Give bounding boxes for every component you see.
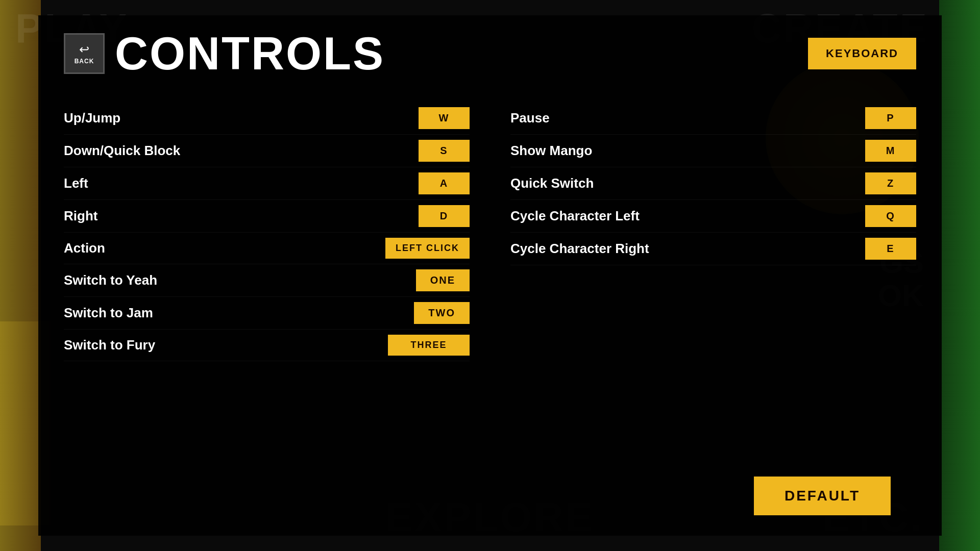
control-row: ActionLEFT CLICK xyxy=(64,233,470,264)
default-button[interactable]: DEFAULT xyxy=(754,477,891,515)
control-label: Quick Switch xyxy=(510,176,594,191)
control-row: LeftA xyxy=(64,167,470,200)
key-badge[interactable]: D xyxy=(419,205,470,227)
control-label: Action xyxy=(64,240,105,256)
control-row: Down/Quick BlockS xyxy=(64,135,470,167)
control-row: Switch to JamTWO xyxy=(64,297,470,330)
key-badge[interactable]: M xyxy=(865,140,916,162)
controls-grid: Up/JumpWDown/Quick BlockSLeftARightDActi… xyxy=(64,102,916,361)
back-arrow-icon: ↩ xyxy=(79,42,89,57)
key-badge[interactable]: W xyxy=(419,107,470,129)
key-badge[interactable]: S xyxy=(419,140,470,162)
control-row: Show MangoM xyxy=(510,135,916,167)
control-row: Up/JumpW xyxy=(64,102,470,135)
key-badge[interactable]: E xyxy=(865,238,916,260)
key-badge[interactable]: THREE xyxy=(388,335,470,356)
control-label: Right xyxy=(64,208,97,224)
key-badge[interactable]: Q xyxy=(865,205,916,227)
control-row: Cycle Character RightE xyxy=(510,233,916,265)
control-row: Switch to YeahONE xyxy=(64,264,470,297)
control-label: Pause xyxy=(510,110,550,126)
controls-panel: ↩ BACK CONTROLS KEYBOARD Up/JumpWDown/Qu… xyxy=(38,15,942,536)
key-badge[interactable]: LEFT CLICK xyxy=(385,238,470,259)
control-row: Cycle Character LeftQ xyxy=(510,200,916,233)
back-button[interactable]: ↩ BACK xyxy=(64,33,105,74)
control-label: Switch to Jam xyxy=(64,305,153,321)
control-row: Quick SwitchZ xyxy=(510,167,916,200)
key-badge[interactable]: A xyxy=(419,172,470,194)
key-badge[interactable]: TWO xyxy=(414,302,470,324)
control-label: Switch to Yeah xyxy=(64,272,157,288)
header-left: ↩ BACK CONTROLS xyxy=(64,31,385,77)
control-label: Down/Quick Block xyxy=(64,143,180,159)
control-label: Switch to Fury xyxy=(64,337,155,353)
right-controls-column: PausePShow MangoMQuick SwitchZCycle Char… xyxy=(510,102,916,361)
control-label: Left xyxy=(64,176,88,191)
control-label: Up/Jump xyxy=(64,110,120,126)
key-badge[interactable]: Z xyxy=(865,172,916,194)
back-label-text: BACK xyxy=(75,58,94,65)
left-controls-column: Up/JumpWDown/Quick BlockSLeftARightDActi… xyxy=(64,102,470,361)
key-badge[interactable]: P xyxy=(865,107,916,129)
keyboard-button[interactable]: KEYBOARD xyxy=(808,38,916,69)
control-row: RightD xyxy=(64,200,470,233)
bg-right-bar xyxy=(939,0,980,551)
key-badge[interactable]: ONE xyxy=(416,269,470,291)
control-label: Cycle Character Right xyxy=(510,241,649,257)
control-row: PauseP xyxy=(510,102,916,135)
control-label: Cycle Character Left xyxy=(510,208,640,224)
control-label: Show Mango xyxy=(510,143,592,159)
control-row: Switch to FuryTHREE xyxy=(64,330,470,361)
page-title: CONTROLS xyxy=(115,31,385,77)
panel-header: ↩ BACK CONTROLS KEYBOARD xyxy=(64,31,916,77)
